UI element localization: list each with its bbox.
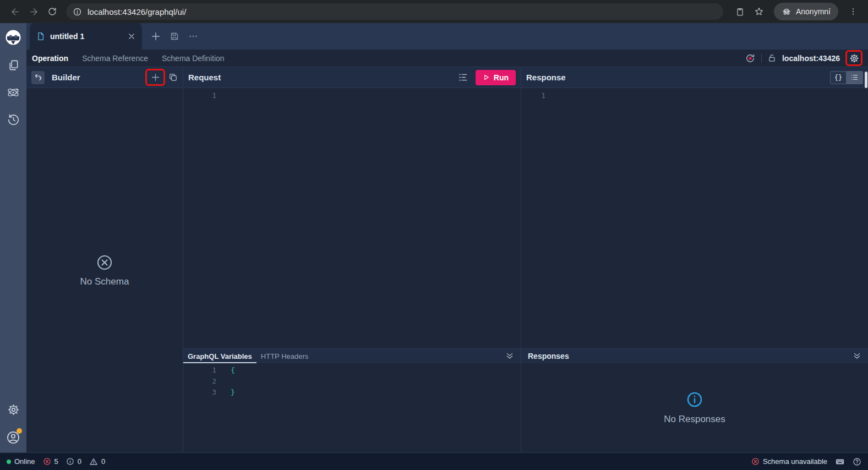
- status-bar-right: Schema unavailable: [751, 457, 861, 467]
- variables-line: 2: [183, 376, 521, 387]
- error-counter[interactable]: 5: [43, 457, 58, 466]
- response-line-number: 1: [521, 90, 547, 101]
- app-sidebar: [0, 23, 26, 452]
- tab-graphql-variables[interactable]: GraphQL Variables: [183, 349, 256, 363]
- reload-schema-icon[interactable]: [745, 53, 756, 64]
- url-text[interactable]: localhost:43426/graphql/ui/: [88, 7, 186, 17]
- info-circle-icon: [686, 391, 703, 408]
- add-field-icon[interactable]: [150, 72, 161, 83]
- tab-schema-reference[interactable]: Schema Reference: [82, 54, 148, 63]
- json-view-button[interactable]: {}: [830, 71, 847, 84]
- variables-line-text: {: [217, 365, 235, 376]
- variables-line-number: 1: [183, 365, 217, 376]
- settings-gear-icon[interactable]: [7, 403, 20, 416]
- no-responses-label: No Responses: [664, 414, 725, 425]
- lock-open-icon[interactable]: [767, 53, 777, 63]
- browser-reload-icon[interactable]: [43, 2, 62, 21]
- more-options-icon[interactable]: [184, 23, 203, 50]
- query-editor[interactable]: 1: [183, 88, 521, 348]
- browser-menu-icon[interactable]: [844, 2, 862, 21]
- response-editor[interactable]: 1: [521, 88, 868, 348]
- site-info-icon[interactable]: [73, 7, 82, 17]
- incognito-profile-badge[interactable]: Anonymní: [774, 3, 838, 20]
- error-circle-x-icon: [43, 457, 51, 466]
- request-panel: Request Run 1 GraphQL Variables HTTP Hea…: [183, 67, 521, 452]
- responses-title: Responses: [528, 352, 569, 360]
- tab-operation[interactable]: Operation: [32, 54, 68, 63]
- variables-editor[interactable]: 1 { 2 3 }: [183, 363, 521, 452]
- online-status: Online: [7, 457, 35, 466]
- documents-icon[interactable]: [7, 59, 20, 72]
- history-icon[interactable]: [7, 113, 20, 126]
- builder-empty-state: No Schema: [26, 88, 183, 452]
- endpoint-url[interactable]: localhost:43426: [782, 54, 840, 63]
- browser-toolbar: localhost:43426/graphql/ui/ Anonymní: [0, 0, 868, 23]
- view-subnav: Operation Schema Reference Schema Defini…: [26, 50, 868, 67]
- online-label: Online: [14, 457, 35, 466]
- schema-status-label: Schema unavailable: [763, 457, 827, 466]
- altair-logo-icon[interactable]: [5, 29, 21, 46]
- tab-schema-definition[interactable]: Schema Definition: [162, 54, 225, 63]
- info-counter[interactable]: 0: [66, 457, 81, 466]
- keyboard-shortcuts-icon[interactable]: [835, 457, 845, 467]
- endpoint-settings-gear-icon[interactable]: [849, 53, 859, 63]
- response-view-toggle: {}: [830, 71, 863, 84]
- main-workspace: Builder No Schema Request: [26, 67, 868, 452]
- warning-counter[interactable]: 0: [89, 457, 105, 466]
- copy-query-icon[interactable]: [168, 73, 178, 82]
- clipboard-icon[interactable]: [731, 2, 750, 21]
- tab-http-headers[interactable]: HTTP Headers: [256, 349, 313, 363]
- variables-line: 3 }: [183, 387, 521, 398]
- collapse-responses-icon[interactable]: [853, 352, 861, 360]
- error-count: 5: [54, 457, 58, 466]
- variables-line-text: }: [217, 387, 235, 398]
- no-schema-label: No Schema: [80, 276, 129, 287]
- warning-count: 0: [101, 457, 105, 466]
- new-tab-icon[interactable]: [146, 23, 165, 50]
- query-editor-line: 1: [183, 90, 521, 101]
- close-tab-icon[interactable]: [128, 32, 135, 40]
- prettify-icon[interactable]: [458, 72, 468, 83]
- query-line-number: 1: [183, 90, 217, 101]
- add-field-annotation-highlight: [145, 69, 165, 86]
- list-view-button[interactable]: [847, 71, 863, 84]
- schema-status[interactable]: Schema unavailable: [751, 457, 827, 466]
- no-schema-icon: [96, 254, 113, 271]
- file-icon: [36, 32, 45, 41]
- schema-atom-icon[interactable]: [7, 86, 20, 99]
- profile-name: Anonymní: [796, 7, 831, 16]
- schema-unavailable-icon: [751, 457, 760, 466]
- builder-title: Builder: [52, 73, 80, 82]
- request-header: Request Run: [183, 67, 521, 88]
- run-button[interactable]: Run: [476, 70, 516, 85]
- browser-back-icon[interactable]: [6, 2, 24, 21]
- save-icon[interactable]: [165, 23, 184, 50]
- response-scrollbar-thumb[interactable]: [865, 72, 867, 88]
- bookmark-star-icon[interactable]: [750, 2, 768, 21]
- variables-line-text: [217, 376, 231, 387]
- run-label: Run: [494, 73, 509, 82]
- builder-toggle-button[interactable]: [31, 71, 45, 84]
- response-editor-line: 1: [521, 90, 868, 101]
- builder-header: Builder: [26, 67, 183, 88]
- document-tab[interactable]: untitled 1: [30, 23, 142, 50]
- online-dot-icon: [7, 460, 11, 464]
- help-icon[interactable]: [853, 457, 861, 466]
- document-tab-title: untitled 1: [50, 32, 123, 41]
- variables-line: 1 {: [183, 365, 521, 376]
- responses-empty-state: No Responses: [521, 363, 868, 452]
- collapse-variables-icon[interactable]: [505, 349, 514, 363]
- request-subtabs: GraphQL Variables HTTP Headers: [183, 348, 521, 363]
- account-avatar[interactable]: [6, 430, 20, 445]
- address-bar[interactable]: localhost:43426/graphql/ui/: [66, 3, 723, 20]
- settings-annotation-highlight: [845, 50, 862, 66]
- browser-forward-icon[interactable]: [24, 2, 43, 21]
- variables-line-number: 3: [183, 387, 217, 398]
- info-count: 0: [78, 457, 81, 466]
- subnav-divider: [761, 54, 762, 63]
- response-header: Response {}: [521, 67, 868, 88]
- builder-panel: Builder No Schema: [26, 67, 183, 452]
- request-title: Request: [188, 73, 221, 82]
- response-title: Response: [526, 73, 566, 82]
- response-panel: Response {} 1 Responses: [521, 67, 868, 452]
